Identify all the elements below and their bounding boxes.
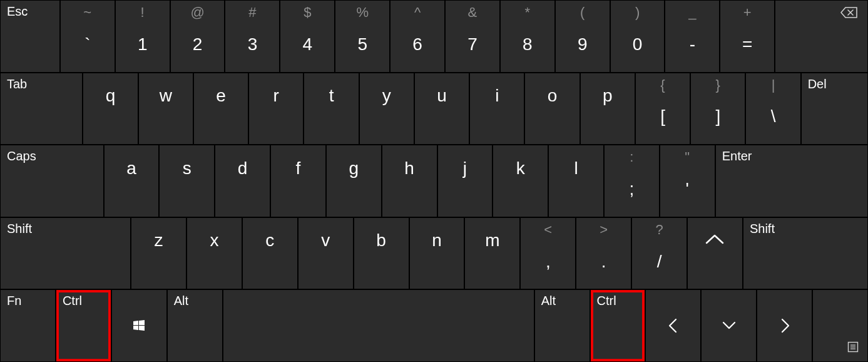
key-lower-label: 2 xyxy=(193,34,203,54)
key-letter-label: s xyxy=(183,158,191,178)
key-upper-label: ? xyxy=(655,222,663,238)
up-arrow-icon xyxy=(704,232,725,246)
key-up[interactable] xyxy=(688,218,742,289)
key-letter-label: t xyxy=(329,86,334,106)
key-shift-left[interactable]: Shift xyxy=(1,218,130,289)
key-equals[interactable]: += xyxy=(720,1,774,72)
menu-icon xyxy=(847,341,859,353)
left-arrow-icon xyxy=(665,318,682,334)
key-label: Esc xyxy=(7,4,28,19)
key-letter-label: o xyxy=(548,86,558,106)
key-backtick[interactable]: ~` xyxy=(61,1,115,72)
key-right[interactable] xyxy=(757,290,812,361)
key-letter-label: i xyxy=(495,86,499,106)
key-letter-label: p xyxy=(603,86,613,106)
key-shift-right[interactable]: Shift xyxy=(743,218,867,289)
key-g[interactable]: g xyxy=(327,145,381,217)
key-semicolon[interactable]: :; xyxy=(605,145,659,217)
key-h[interactable]: h xyxy=(382,145,437,217)
key-comma[interactable]: <, xyxy=(521,218,575,289)
key-enter[interactable]: Enter xyxy=(716,145,867,217)
key-label: Alt xyxy=(541,294,556,308)
key-s[interactable]: s xyxy=(160,145,214,217)
key-u[interactable]: u xyxy=(415,73,469,145)
key-0[interactable]: )0 xyxy=(611,1,665,72)
key-3[interactable]: #3 xyxy=(225,1,279,72)
key-7[interactable]: &7 xyxy=(446,1,499,72)
key-m[interactable]: m xyxy=(465,218,519,289)
key-fn[interactable]: Fn xyxy=(1,290,55,361)
key-c[interactable]: c xyxy=(243,218,297,289)
key-minus[interactable]: _- xyxy=(665,1,719,72)
key-y[interactable]: y xyxy=(360,73,414,145)
key-t[interactable]: t xyxy=(304,73,358,145)
key-bracket-open[interactable]: {[ xyxy=(636,73,690,145)
key-v[interactable]: v xyxy=(299,218,353,289)
key-n[interactable]: n xyxy=(410,218,464,289)
key-lower-label: 9 xyxy=(578,34,588,54)
key-esc[interactable]: Esc xyxy=(1,1,59,72)
key-bracket-close[interactable]: }] xyxy=(691,73,745,145)
key-ctrl-right[interactable]: Ctrl xyxy=(591,290,645,361)
key-8[interactable]: *8 xyxy=(501,1,554,72)
key-backslash[interactable]: |\ xyxy=(746,73,800,145)
key-label: Enter xyxy=(722,149,752,163)
key-4[interactable]: $4 xyxy=(280,1,334,72)
key-upper-label: ! xyxy=(141,4,145,21)
key-win[interactable] xyxy=(112,290,166,361)
key-lower-label: / xyxy=(657,251,662,271)
key-ctrl-left[interactable]: Ctrl xyxy=(56,290,111,361)
key-letter-label: m xyxy=(485,230,499,251)
key-letter-label: r xyxy=(273,86,279,106)
key-q[interactable]: q xyxy=(83,73,137,145)
key-z[interactable]: z xyxy=(131,218,186,289)
key-a[interactable]: a xyxy=(105,145,159,217)
key-space[interactable] xyxy=(223,290,534,361)
key-down[interactable] xyxy=(702,290,756,361)
key-letter-label: g xyxy=(349,158,359,178)
key-letter-label: f xyxy=(296,158,301,178)
key-j[interactable]: j xyxy=(438,145,493,217)
key-o[interactable]: o xyxy=(525,73,579,145)
key-1[interactable]: !1 xyxy=(116,1,170,72)
key-x[interactable]: x xyxy=(187,218,242,289)
key-lower-label: 8 xyxy=(523,34,533,54)
key-lower-label: ' xyxy=(686,179,689,199)
key-alt-left[interactable]: Alt xyxy=(168,290,222,361)
key-k[interactable]: k xyxy=(493,145,548,217)
key-letter-label: v xyxy=(321,230,330,251)
key-f[interactable]: f xyxy=(271,145,325,217)
key-r[interactable]: r xyxy=(249,73,303,145)
key-label: Del xyxy=(808,77,827,91)
key-alt-right[interactable]: Alt xyxy=(535,290,590,361)
key-period[interactable]: >. xyxy=(576,218,631,289)
key-upper-label: ^ xyxy=(414,4,421,21)
key-d[interactable]: d xyxy=(215,145,270,217)
key-9[interactable]: (9 xyxy=(556,1,610,72)
key-l[interactable]: l xyxy=(549,145,603,217)
key-slash[interactable]: ?/ xyxy=(632,218,687,289)
key-letter-label: z xyxy=(155,230,163,251)
key-label: Fn xyxy=(7,294,21,308)
key-letter-label: h xyxy=(404,158,414,178)
key-e[interactable]: e xyxy=(194,73,248,145)
key-caps[interactable]: Caps xyxy=(1,145,103,217)
key-left[interactable] xyxy=(646,290,700,361)
key-backspace[interactable] xyxy=(775,1,867,72)
key-label: Ctrl xyxy=(597,294,616,308)
key-p[interactable]: p xyxy=(581,73,635,145)
key-upper-label: : xyxy=(630,149,633,165)
key-letter-label: j xyxy=(463,158,467,178)
key-b[interactable]: b xyxy=(354,218,409,289)
key-letter-label: b xyxy=(376,230,386,251)
key-del[interactable]: Del xyxy=(802,73,867,145)
key-w[interactable]: w xyxy=(139,73,193,145)
key-6[interactable]: ^6 xyxy=(391,1,444,72)
key-2[interactable]: @2 xyxy=(171,1,225,72)
key-quote[interactable]: "' xyxy=(660,145,715,217)
key-i[interactable]: i xyxy=(470,73,524,145)
keyboard-row: Shiftzxcvbnm<,>.?/Shift xyxy=(0,217,868,290)
key-5[interactable]: %5 xyxy=(335,1,389,72)
key-tab[interactable]: Tab xyxy=(1,73,82,145)
key-menu[interactable] xyxy=(813,290,867,361)
